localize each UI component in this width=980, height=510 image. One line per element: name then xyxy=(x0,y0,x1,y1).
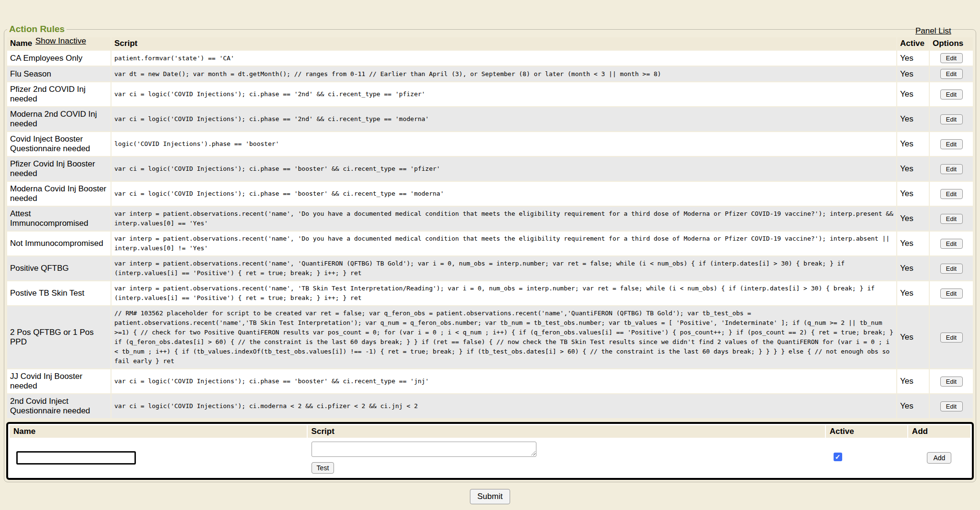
rule-active: Yes xyxy=(897,132,929,156)
rule-name: 2 Pos QFTBG or 1 Pos PPD xyxy=(7,306,111,368)
rule-name: Flu Season xyxy=(7,67,111,81)
edit-button[interactable]: Edit xyxy=(940,401,963,411)
rule-options: Edit xyxy=(930,67,973,81)
rule-active: Yes xyxy=(897,232,929,255)
column-header-options: Options xyxy=(930,37,973,50)
checkmark-icon: ✓ xyxy=(834,453,842,461)
action-rules-legend: Action Rules xyxy=(7,24,67,34)
rule-options: Edit xyxy=(930,107,973,131)
rule-active: Yes xyxy=(897,107,929,131)
rule-options: Edit xyxy=(930,51,973,66)
rule-name: CA Employees Only xyxy=(7,51,111,66)
script-textarea[interactable] xyxy=(312,442,536,457)
table-row: Positive QFTBG var interp = patient.obse… xyxy=(7,256,973,280)
rule-name: Moderna Covid Inj Booster needed xyxy=(7,182,111,206)
rule-name: Pfizer 2nd COVID Inj needed xyxy=(7,82,111,106)
rule-script: var dt = new Date(); var month = dt.getM… xyxy=(111,67,896,81)
form-header-active: Active xyxy=(826,425,907,438)
rule-options: Edit xyxy=(930,207,973,231)
table-row: Pfizer 2nd COVID Inj needed var ci = log… xyxy=(7,82,973,106)
edit-button[interactable]: Edit xyxy=(940,214,963,224)
table-row: Moderna Covid Inj Booster needed var ci … xyxy=(7,182,973,206)
rule-script: var ci = logic('COVID Injections'); ci.p… xyxy=(111,182,896,206)
textarea-resize-handle[interactable] xyxy=(531,451,535,455)
edit-button[interactable]: Edit xyxy=(940,333,963,343)
rule-script: var ci = logic('COVID Injections'); ci.p… xyxy=(111,157,896,181)
add-rule-form-table: Name Script Active Add xyxy=(9,424,971,477)
rule-options: Edit xyxy=(930,256,973,280)
rule-script: var ci = logic('COVID Injections'); ci.p… xyxy=(111,107,896,131)
edit-button[interactable]: Edit xyxy=(940,69,963,79)
table-row: Moderna 2nd COVID Inj needed var ci = lo… xyxy=(7,107,973,131)
rule-name: Pfizer Covid Inj Booster needed xyxy=(7,157,111,181)
rule-name: Covid Inject Booster Questionnaire neede… xyxy=(7,132,111,156)
rule-active: Yes xyxy=(897,157,929,181)
rule-name: 2nd Covid Inject Questionnaire needed xyxy=(7,394,111,418)
rule-options: Edit xyxy=(930,232,973,255)
rule-script: patient.formvar('state') == 'CA' xyxy=(111,51,896,66)
table-header-row: Name Script Active Options xyxy=(7,37,973,50)
edit-button[interactable]: Edit xyxy=(940,164,963,174)
add-rule-form: Name Script Active Add xyxy=(6,422,974,480)
table-row: JJ Covid Inj Booster needed var ci = log… xyxy=(7,369,973,393)
edit-button[interactable]: Edit xyxy=(940,89,963,100)
edit-button[interactable]: Edit xyxy=(940,288,963,299)
rule-active: Yes xyxy=(897,82,929,106)
table-row: Not Immunocompromised var interp = patie… xyxy=(7,232,973,255)
action-rules-fieldset: Action Rules Name Script Active Options … xyxy=(4,24,976,482)
rule-script: var ci = logic('COVID Injections'); ci.p… xyxy=(111,369,896,393)
table-row: CA Employees Only patient.formvar('state… xyxy=(7,51,973,66)
edit-button[interactable]: Edit xyxy=(940,53,963,63)
rule-name: JJ Covid Inj Booster needed xyxy=(7,369,111,393)
edit-button[interactable]: Edit xyxy=(940,264,963,274)
table-row: Attest Immunocompromised var interp = pa… xyxy=(7,207,973,231)
rule-active: Yes xyxy=(897,207,929,231)
rule-script: var ci = logic('COVID Injections'); ci.m… xyxy=(111,394,896,418)
active-checkbox[interactable]: ✓ xyxy=(834,453,842,461)
rule-name: Moderna 2nd COVID Inj needed xyxy=(7,107,111,131)
form-header-name: Name xyxy=(10,425,307,438)
edit-button[interactable]: Edit xyxy=(940,139,963,149)
panel-list-link[interactable]: Panel List xyxy=(915,26,951,36)
form-input-row: Test ✓ Add xyxy=(10,439,970,477)
rule-active: Yes xyxy=(897,306,929,368)
rule-name: Attest Immunocompromised xyxy=(7,207,111,231)
show-inactive-link[interactable]: Show Inactive xyxy=(35,36,86,46)
table-row: Covid Inject Booster Questionnaire neede… xyxy=(7,132,973,156)
rule-name: Postive TB Skin Test xyxy=(7,281,111,305)
page: Show Inactive Panel List Action Rules Na… xyxy=(0,24,980,510)
name-input[interactable] xyxy=(16,451,136,465)
rule-script: var interp = patient.observations.recent… xyxy=(111,281,896,305)
table-row: Postive TB Skin Test var interp = patien… xyxy=(7,281,973,305)
rule-active: Yes xyxy=(897,51,929,66)
form-header-script: Script xyxy=(308,425,825,438)
rule-script: // RM# 103562 placeholder for script to … xyxy=(111,306,896,368)
rule-name: Positive QFTBG xyxy=(7,256,111,280)
rule-script: var interp = patient.observations.recent… xyxy=(111,232,896,255)
column-header-script: Script xyxy=(111,37,896,50)
rule-options: Edit xyxy=(930,182,973,206)
rule-options: Edit xyxy=(930,157,973,181)
submit-button[interactable]: Submit xyxy=(470,489,511,504)
submit-row: Submit xyxy=(0,489,980,504)
table-row: 2 Pos QFTBG or 1 Pos PPD // RM# 103562 p… xyxy=(7,306,973,368)
rules-tbody: CA Employees Only patient.formvar('state… xyxy=(7,51,973,418)
test-button[interactable]: Test xyxy=(312,462,334,474)
rule-active: Yes xyxy=(897,369,929,393)
rule-script: var interp = patient.observations.recent… xyxy=(111,256,896,280)
rule-options: Edit xyxy=(930,306,973,368)
rule-script: var ci = logic('COVID Injections'); ci.p… xyxy=(111,82,896,106)
edit-button[interactable]: Edit xyxy=(940,239,963,249)
table-row: Pfizer Covid Inj Booster needed var ci =… xyxy=(7,157,973,181)
rule-options: Edit xyxy=(930,82,973,106)
edit-button[interactable]: Edit xyxy=(940,377,963,387)
rule-active: Yes xyxy=(897,182,929,206)
rule-options: Edit xyxy=(930,369,973,393)
rule-active: Yes xyxy=(897,281,929,305)
edit-button[interactable]: Edit xyxy=(940,114,963,124)
rule-options: Edit xyxy=(930,132,973,156)
edit-button[interactable]: Edit xyxy=(940,189,963,199)
add-button[interactable]: Add xyxy=(927,452,951,464)
rule-active: Yes xyxy=(897,67,929,81)
column-header-active: Active xyxy=(897,37,929,50)
